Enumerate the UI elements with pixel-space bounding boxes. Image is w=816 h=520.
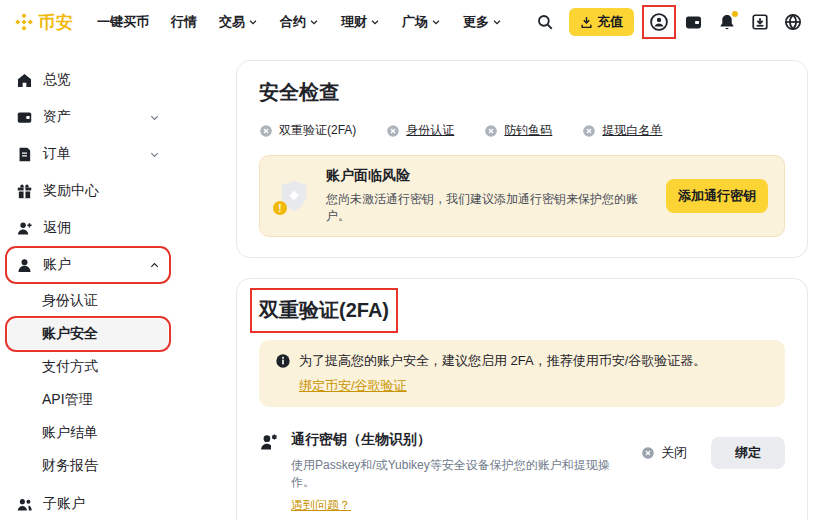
nav-markets[interactable]: 行情 [160, 13, 208, 31]
sidebar-item-assets[interactable]: 资产 [8, 101, 168, 133]
logo-text: 币安 [38, 11, 74, 34]
chevron-up-icon [149, 260, 160, 271]
check-item-antiphishing[interactable]: 防钓鱼码 [484, 122, 552, 139]
nav-square[interactable]: 广场 [391, 13, 452, 31]
wallet-icon[interactable] [684, 13, 703, 32]
profile-icon[interactable] [649, 12, 669, 32]
search-icon[interactable] [536, 13, 554, 31]
status-off-icon [582, 124, 596, 138]
main-nav: 一键买币 行情 交易 合约 理财 广场 更多 [86, 13, 513, 31]
sidebar-item-sub-accounts[interactable]: 子账户 [8, 488, 168, 520]
passkey-row: 通行密钥（生物识别） 使用Passkey和/或Yubikey等安全设备保护您的账… [259, 431, 785, 514]
two-factor-title: 双重验证(2FA) [259, 297, 389, 324]
info-icon [275, 353, 291, 369]
chevron-down-icon [149, 149, 160, 160]
sidebar-item-account[interactable]: 账户 [8, 249, 168, 281]
notification-bell-icon[interactable] [718, 13, 736, 31]
security-check-title: 安全检查 [259, 79, 785, 106]
orders-icon [16, 146, 33, 163]
account-sidebar: 总览 资产 订单 奖励中心 返佣 账户 身份认证 账户安全 支付方式 API管理 [8, 44, 232, 520]
status-off-icon [641, 446, 655, 460]
sidebar-item-rewards-hub[interactable]: 奖励中心 [8, 175, 168, 207]
sidebar-item-financial-reports[interactable]: 财务报告 [8, 451, 168, 481]
download-icon [580, 16, 593, 29]
shield-icon: ! [276, 178, 312, 214]
security-check-items: 双重验证(2FA) 身份认证 防钓鱼码 提现白名单 [259, 122, 785, 139]
add-passkey-button[interactable]: 添加通行密钥 [666, 179, 768, 213]
assets-icon [16, 109, 33, 126]
check-item-identity[interactable]: 身份认证 [386, 122, 454, 139]
sidebar-item-payment-methods[interactable]: 支付方式 [8, 352, 168, 382]
header-actions: 充值 [536, 8, 802, 36]
main-content: 安全检查 双重验证(2FA) 身份认证 防钓鱼码 提现白名单 [232, 44, 816, 520]
warning-exclamation-icon: ! [273, 201, 287, 215]
sidebar-item-account-security[interactable]: 账户安全 [8, 319, 168, 349]
status-off-icon [386, 124, 400, 138]
bind-authenticator-link[interactable]: 绑定币安/谷歌验证 [299, 377, 407, 395]
status-off-icon [259, 124, 273, 138]
risk-warning-texts: 账户面临风险 您尚未激活通行密钥，我们建议添加通行密钥来保护您的账户。 [326, 167, 652, 225]
sidebar-item-referral[interactable]: 返佣 [8, 212, 168, 244]
account-icon [16, 257, 33, 274]
chevron-down-icon [370, 17, 380, 27]
referral-icon [16, 220, 33, 237]
notification-dot [732, 11, 738, 17]
binance-logo[interactable]: 币安 [14, 11, 74, 34]
deposit-button[interactable]: 充值 [569, 8, 634, 36]
nav-earn[interactable]: 理财 [330, 13, 391, 31]
two-factor-notice: 为了提高您的账户安全，建议您启用 2FA，推荐使用币安/谷歌验证器。 绑定币安/… [259, 340, 785, 407]
chevron-down-icon [149, 112, 160, 123]
sidebar-item-orders[interactable]: 订单 [8, 138, 168, 170]
passkey-help-link[interactable]: 遇到问题？ [291, 497, 351, 514]
check-item-2fa[interactable]: 双重验证(2FA) [259, 122, 356, 139]
chevron-down-icon [309, 17, 319, 27]
rewards-icon [16, 183, 33, 200]
status-off-icon [484, 124, 498, 138]
passkey-bind-button[interactable]: 绑定 [711, 437, 785, 469]
two-factor-notice-text: 为了提高您的账户安全，建议您启用 2FA，推荐使用币安/谷歌验证器。 [299, 353, 706, 368]
sidebar-item-identity-verification[interactable]: 身份认证 [8, 286, 168, 316]
risk-warning-description: 您尚未激活通行密钥，我们建议添加通行密钥来保护您的账户。 [326, 191, 652, 225]
risk-warning-banner: ! 账户面临风险 您尚未激活通行密钥，我们建议添加通行密钥来保护您的账户。 添加… [259, 155, 785, 237]
chevron-down-icon [248, 17, 258, 27]
chevron-down-icon [492, 17, 502, 27]
two-factor-card: 双重验证(2FA) 为了提高您的账户安全，建议您启用 2FA，推荐使用币安/谷歌… [236, 278, 808, 520]
sub-accounts-icon [16, 496, 33, 513]
sidebar-item-overview[interactable]: 总览 [8, 64, 168, 96]
passkey-title: 通行密钥（生物识别） [291, 431, 631, 449]
top-navbar: 币安 一键买币 行情 交易 合约 理财 广场 更多 充值 [0, 0, 816, 44]
nav-more[interactable]: 更多 [452, 13, 513, 31]
passkey-status: 关闭 [641, 444, 687, 462]
nav-trade[interactable]: 交易 [208, 13, 269, 31]
chevron-down-icon [431, 17, 441, 27]
check-item-withdrawal-whitelist[interactable]: 提现白名单 [582, 122, 662, 139]
binance-diamond-icon [14, 12, 34, 32]
passkey-description: 使用Passkey和/或Yubikey等安全设备保护您的账户和提现操作。 [291, 457, 631, 491]
app-download-icon[interactable] [751, 13, 769, 31]
security-check-card: 安全检查 双重验证(2FA) 身份认证 防钓鱼码 提现白名单 [236, 60, 808, 258]
passkey-texts: 通行密钥（生物识别） 使用Passkey和/或Yubikey等安全设备保护您的账… [291, 431, 641, 514]
nav-futures[interactable]: 合约 [269, 13, 330, 31]
sidebar-item-account-statement[interactable]: 账户结单 [8, 418, 168, 448]
globe-icon[interactable] [784, 13, 802, 31]
passkey-icon [259, 432, 279, 452]
sidebar-item-api-management[interactable]: API管理 [8, 385, 168, 415]
home-icon [16, 72, 33, 89]
nav-buy-crypto[interactable]: 一键买币 [86, 13, 160, 31]
risk-warning-title: 账户面临风险 [326, 167, 652, 185]
